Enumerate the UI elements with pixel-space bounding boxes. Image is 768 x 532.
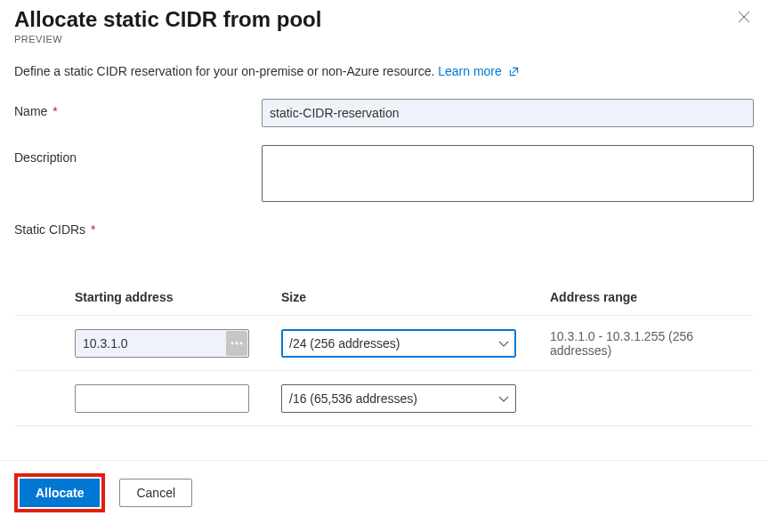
address-range-value: 10.3.1.0 - 10.3.1.255 (256 addresses): [546, 329, 754, 358]
svg-point-1: [236, 342, 238, 344]
intro-text-row: Define a static CIDR reservation for you…: [14, 64, 754, 79]
ellipsis-icon: [230, 342, 243, 345]
learn-more-label: Learn more: [438, 64, 502, 78]
name-input[interactable]: [262, 99, 754, 127]
panel-header: Allocate static CIDR from pool PREVIEW: [14, 7, 754, 44]
static-cidrs-section-label: Static CIDRs *: [14, 222, 754, 237]
svg-point-2: [240, 342, 243, 344]
table-header-row: Starting address Size Address range: [14, 279, 754, 316]
starting-address-menu-button[interactable]: [226, 331, 247, 356]
cancel-button[interactable]: Cancel: [119, 479, 192, 507]
intro-text: Define a static CIDR reservation for you…: [14, 64, 438, 78]
starting-address-input[interactable]: [75, 384, 249, 413]
learn-more-link[interactable]: Learn more: [438, 64, 518, 78]
col-header-range: Address range: [546, 290, 754, 304]
size-select-value: /16 (65,536 addresses): [289, 391, 417, 406]
required-indicator: *: [53, 104, 57, 118]
col-header-size: Size: [281, 290, 546, 304]
description-label: Description: [14, 150, 77, 165]
description-input[interactable]: [262, 145, 754, 202]
static-cidrs-label: Static CIDRs: [14, 222, 85, 237]
name-field-row: Name *: [14, 99, 754, 127]
panel-footer: Allocate Cancel: [0, 460, 768, 532]
allocate-button[interactable]: Allocate: [20, 479, 100, 507]
starting-address-input[interactable]: [75, 329, 249, 358]
col-header-start: Starting address: [75, 290, 281, 304]
external-link-icon: [509, 65, 519, 79]
size-select[interactable]: /24 (256 addresses): [281, 329, 516, 358]
description-field-row: Description: [14, 145, 754, 205]
allocate-cidr-panel: Allocate static CIDR from pool PREVIEW D…: [0, 0, 768, 532]
close-icon: [738, 11, 750, 23]
page-title: Allocate static CIDR from pool: [14, 7, 321, 32]
svg-point-0: [231, 342, 234, 344]
size-select-value: /24 (256 addresses): [289, 336, 400, 351]
preview-badge: PREVIEW: [14, 34, 321, 44]
table-row: /16 (65,536 addresses): [14, 371, 754, 426]
size-select[interactable]: /16 (65,536 addresses): [281, 384, 516, 413]
cidr-table: Starting address Size Address range: [14, 279, 754, 426]
close-button[interactable]: [734, 7, 754, 27]
required-indicator: *: [91, 222, 95, 237]
name-label: Name: [14, 104, 47, 118]
table-row: /24 (256 addresses) 10.3.1.0 - 10.3.1.25…: [14, 316, 754, 371]
allocate-button-highlight: Allocate: [14, 473, 105, 512]
